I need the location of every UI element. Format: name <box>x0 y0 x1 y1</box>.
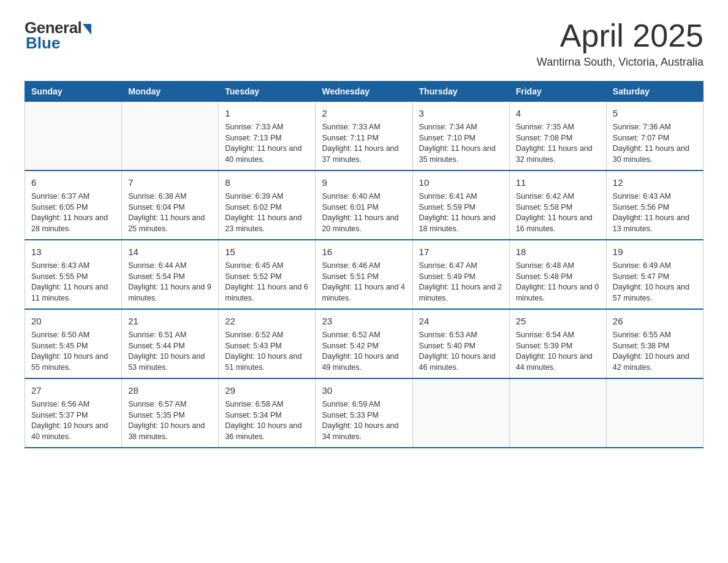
day-number: 14 <box>128 245 212 258</box>
day-number: 12 <box>613 176 697 189</box>
calendar-cell: 28Sunrise: 6:57 AMSunset: 5:35 PMDayligh… <box>122 378 219 448</box>
calendar-cell: 1Sunrise: 7:33 AMSunset: 7:13 PMDaylight… <box>219 102 316 171</box>
calendar-cell <box>606 378 703 448</box>
day-number: 18 <box>516 245 600 258</box>
day-number: 2 <box>322 107 406 120</box>
calendar-cell: 12Sunrise: 6:43 AMSunset: 5:56 PMDayligh… <box>606 170 703 240</box>
day-number: 30 <box>322 384 406 397</box>
day-info: Sunrise: 6:55 AMSunset: 5:38 PMDaylight:… <box>613 330 697 373</box>
calendar-cell: 18Sunrise: 6:48 AMSunset: 5:48 PMDayligh… <box>509 240 606 309</box>
location-text: Wantirna South, Victoria, Australia <box>537 56 703 69</box>
weekday-header-sunday: Sunday <box>25 82 122 102</box>
day-info: Sunrise: 6:40 AMSunset: 6:01 PMDaylight:… <box>322 191 406 234</box>
calendar-cell: 10Sunrise: 6:41 AMSunset: 5:59 PMDayligh… <box>412 170 509 240</box>
weekday-header-saturday: Saturday <box>606 82 703 102</box>
calendar-cell: 17Sunrise: 6:47 AMSunset: 5:49 PMDayligh… <box>412 240 509 309</box>
day-number: 29 <box>225 384 309 397</box>
day-info: Sunrise: 6:41 AMSunset: 5:59 PMDaylight:… <box>419 191 503 234</box>
day-info: Sunrise: 7:34 AMSunset: 7:10 PMDaylight:… <box>419 122 503 165</box>
calendar-cell: 3Sunrise: 7:34 AMSunset: 7:10 PMDaylight… <box>412 102 509 171</box>
calendar-cell: 26Sunrise: 6:55 AMSunset: 5:38 PMDayligh… <box>606 309 703 378</box>
page-header: General Blue April 2025 Wantirna South, … <box>25 18 703 69</box>
day-number: 9 <box>322 176 406 189</box>
day-info: Sunrise: 6:54 AMSunset: 5:39 PMDaylight:… <box>516 330 600 373</box>
calendar-cell: 4Sunrise: 7:35 AMSunset: 7:08 PMDaylight… <box>509 102 606 171</box>
calendar-cell: 15Sunrise: 6:45 AMSunset: 5:52 PMDayligh… <box>219 240 316 309</box>
calendar-cell: 24Sunrise: 6:53 AMSunset: 5:40 PMDayligh… <box>412 309 509 378</box>
day-info: Sunrise: 6:44 AMSunset: 5:54 PMDaylight:… <box>128 261 212 304</box>
calendar-cell: 9Sunrise: 6:40 AMSunset: 6:01 PMDaylight… <box>316 170 412 240</box>
day-number: 3 <box>419 107 503 120</box>
day-info: Sunrise: 6:52 AMSunset: 5:42 PMDaylight:… <box>322 330 406 373</box>
calendar-cell <box>412 378 509 448</box>
calendar-week-row: 1Sunrise: 7:33 AMSunset: 7:13 PMDaylight… <box>25 102 703 171</box>
calendar-header: SundayMondayTuesdayWednesdayThursdayFrid… <box>25 82 703 102</box>
weekday-header-monday: Monday <box>122 82 219 102</box>
day-number: 17 <box>419 245 503 258</box>
day-info: Sunrise: 6:43 AMSunset: 5:56 PMDaylight:… <box>613 191 697 234</box>
day-number: 1 <box>225 107 309 120</box>
calendar-cell: 11Sunrise: 6:42 AMSunset: 5:58 PMDayligh… <box>509 170 606 240</box>
calendar-cell <box>25 102 122 171</box>
day-number: 7 <box>128 176 212 189</box>
day-info: Sunrise: 6:59 AMSunset: 5:33 PMDaylight:… <box>322 399 406 442</box>
day-number: 10 <box>419 176 503 189</box>
weekday-header-tuesday: Tuesday <box>219 82 316 102</box>
day-info: Sunrise: 6:49 AMSunset: 5:47 PMDaylight:… <box>613 261 697 304</box>
calendar-cell: 6Sunrise: 6:37 AMSunset: 6:05 PMDaylight… <box>25 170 122 240</box>
calendar-week-row: 6Sunrise: 6:37 AMSunset: 6:05 PMDaylight… <box>25 170 703 240</box>
weekday-header-friday: Friday <box>509 82 606 102</box>
calendar-body: 1Sunrise: 7:33 AMSunset: 7:13 PMDaylight… <box>25 102 703 448</box>
calendar-cell <box>122 102 219 171</box>
day-info: Sunrise: 6:48 AMSunset: 5:48 PMDaylight:… <box>516 261 600 304</box>
day-info: Sunrise: 7:33 AMSunset: 7:13 PMDaylight:… <box>225 122 309 165</box>
day-number: 6 <box>31 176 115 189</box>
day-number: 27 <box>31 384 115 397</box>
day-info: Sunrise: 6:57 AMSunset: 5:35 PMDaylight:… <box>128 399 212 442</box>
calendar-cell: 22Sunrise: 6:52 AMSunset: 5:43 PMDayligh… <box>219 309 316 378</box>
calendar-cell: 8Sunrise: 6:39 AMSunset: 6:02 PMDaylight… <box>219 170 316 240</box>
day-info: Sunrise: 6:46 AMSunset: 5:51 PMDaylight:… <box>322 261 406 304</box>
calendar-cell: 7Sunrise: 6:38 AMSunset: 6:04 PMDaylight… <box>122 170 219 240</box>
day-number: 24 <box>419 315 503 327</box>
day-info: Sunrise: 6:53 AMSunset: 5:40 PMDaylight:… <box>419 330 503 373</box>
calendar-cell: 25Sunrise: 6:54 AMSunset: 5:39 PMDayligh… <box>509 309 606 378</box>
day-number: 16 <box>322 245 406 258</box>
weekday-header-row: SundayMondayTuesdayWednesdayThursdayFrid… <box>25 82 703 102</box>
day-number: 15 <box>225 245 309 258</box>
day-number: 19 <box>613 245 697 258</box>
calendar-week-row: 13Sunrise: 6:43 AMSunset: 5:55 PMDayligh… <box>25 240 703 309</box>
month-title: April 2025 <box>537 18 703 53</box>
logo-arrow-icon <box>83 24 91 35</box>
weekday-header-thursday: Thursday <box>412 82 509 102</box>
day-info: Sunrise: 6:45 AMSunset: 5:52 PMDaylight:… <box>225 261 309 304</box>
calendar-week-row: 20Sunrise: 6:50 AMSunset: 5:45 PMDayligh… <box>25 309 703 378</box>
day-number: 23 <box>322 315 406 327</box>
calendar-cell: 30Sunrise: 6:59 AMSunset: 5:33 PMDayligh… <box>316 378 412 448</box>
logo-blue-text: Blue <box>26 34 60 53</box>
day-number: 13 <box>31 245 115 258</box>
day-info: Sunrise: 6:43 AMSunset: 5:55 PMDaylight:… <box>31 261 115 304</box>
calendar-cell: 23Sunrise: 6:52 AMSunset: 5:42 PMDayligh… <box>316 309 412 378</box>
day-number: 11 <box>516 176 600 189</box>
day-number: 28 <box>128 384 212 397</box>
calendar-cell: 13Sunrise: 6:43 AMSunset: 5:55 PMDayligh… <box>25 240 122 309</box>
calendar-week-row: 27Sunrise: 6:56 AMSunset: 5:37 PMDayligh… <box>25 378 703 448</box>
day-info: Sunrise: 6:51 AMSunset: 5:44 PMDaylight:… <box>128 330 212 373</box>
calendar-cell: 21Sunrise: 6:51 AMSunset: 5:44 PMDayligh… <box>122 309 219 378</box>
day-number: 26 <box>613 315 697 327</box>
day-info: Sunrise: 6:38 AMSunset: 6:04 PMDaylight:… <box>128 191 212 234</box>
day-number: 21 <box>128 315 212 327</box>
day-number: 22 <box>225 315 309 327</box>
calendar-cell <box>509 378 606 448</box>
calendar-cell: 19Sunrise: 6:49 AMSunset: 5:47 PMDayligh… <box>606 240 703 309</box>
day-info: Sunrise: 7:36 AMSunset: 7:07 PMDaylight:… <box>613 122 697 165</box>
title-section: April 2025 Wantirna South, Victoria, Aus… <box>537 18 703 69</box>
calendar-cell: 16Sunrise: 6:46 AMSunset: 5:51 PMDayligh… <box>316 240 412 309</box>
day-number: 25 <box>516 315 600 327</box>
day-number: 8 <box>225 176 309 189</box>
day-info: Sunrise: 7:35 AMSunset: 7:08 PMDaylight:… <box>516 122 600 165</box>
calendar-cell: 29Sunrise: 6:58 AMSunset: 5:34 PMDayligh… <box>219 378 316 448</box>
day-info: Sunrise: 6:58 AMSunset: 5:34 PMDaylight:… <box>225 399 309 442</box>
day-number: 5 <box>613 107 697 120</box>
